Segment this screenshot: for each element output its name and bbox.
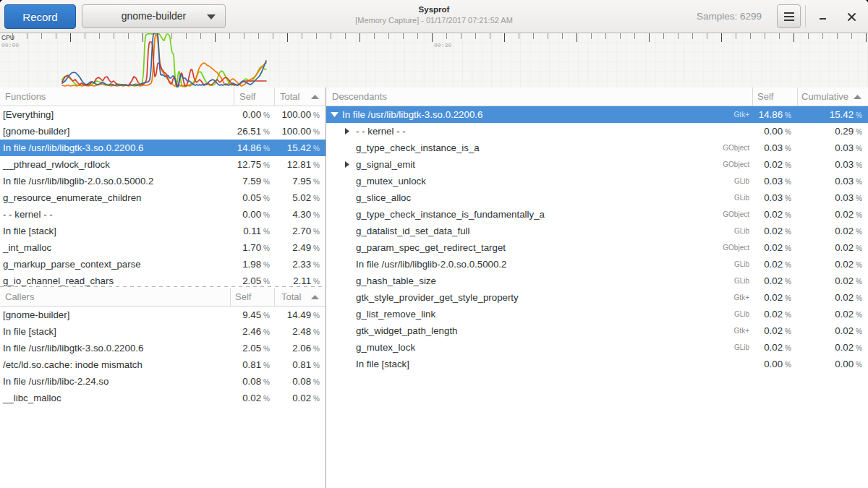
svg-text:00:00: 00:00 [1, 42, 19, 48]
svg-text:CPU: CPU [1, 34, 14, 41]
svg-text:00:30: 00:30 [434, 42, 451, 48]
